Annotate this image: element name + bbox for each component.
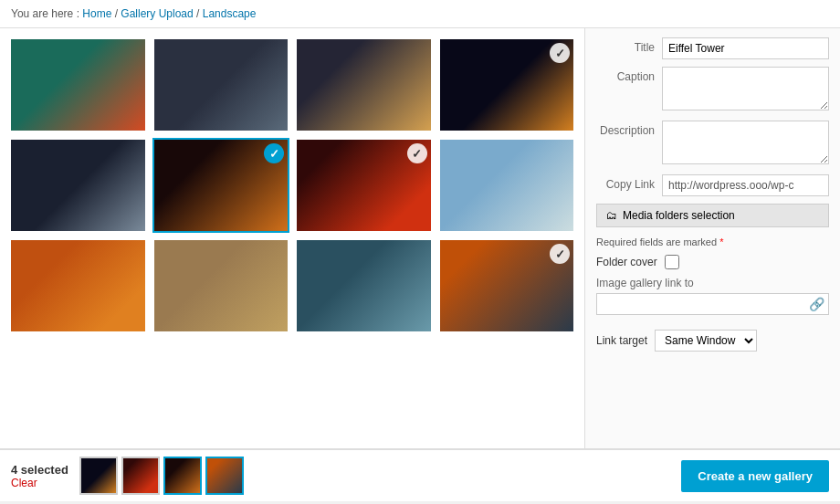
media-item[interactable] (9, 138, 147, 233)
you-are-here-label: You are here (11, 7, 73, 20)
breadcrumb-current: Landscape (203, 7, 257, 20)
check-mark: ✓ (407, 143, 427, 163)
selected-thumbnails (79, 457, 244, 495)
copy-link-field-row: Copy Link (596, 174, 829, 196)
media-item[interactable] (438, 138, 576, 233)
title-label: Title (596, 37, 662, 54)
title-field-row: Title (596, 37, 829, 59)
check-mark: ✓ (550, 244, 570, 264)
create-gallery-button[interactable]: Create a new gallery (681, 460, 829, 492)
media-item[interactable]: ✓ (152, 138, 290, 233)
copy-link-input-wrapper (662, 174, 829, 196)
breadcrumb: You are here : Home / Gallery Upload / L… (0, 0, 840, 28)
link-target-select[interactable]: Same WindowNew Window (655, 330, 757, 352)
description-label: Description (596, 121, 662, 137)
copy-link-label: Copy Link (596, 174, 662, 191)
folder-icon: 🗂 (606, 209, 617, 222)
selected-thumbnail[interactable] (205, 457, 244, 495)
media-item[interactable] (295, 238, 433, 333)
link-target-label: Link target (596, 334, 647, 347)
bottom-bar: 4 selected Clear Create a new gallery (0, 448, 840, 501)
caption-input-wrapper (662, 67, 829, 113)
title-input[interactable] (662, 37, 829, 59)
sidebar-panel: Title Caption Description Copy Link (584, 28, 840, 448)
required-note: Required fields are marked * (596, 236, 829, 247)
media-folders-button[interactable]: 🗂 Media folders selection (596, 204, 829, 227)
breadcrumb-sep3: / (196, 7, 203, 20)
media-grid: ✓✓✓✓ (9, 37, 575, 333)
check-mark: ✓ (264, 143, 284, 163)
image-gallery-link-input[interactable] (596, 293, 829, 315)
caption-field-row: Caption (596, 67, 829, 113)
media-item[interactable] (152, 238, 290, 333)
media-grid-panel: ✓✓✓✓ (0, 28, 584, 448)
image-gallery-link-label: Image gallery link to (596, 277, 829, 289)
media-item[interactable]: ✓ (438, 37, 576, 132)
description-field-row: Description (596, 121, 829, 167)
main-layout: ✓✓✓✓ Title Caption Description (0, 28, 840, 448)
folder-cover-row: Folder cover (596, 255, 829, 269)
media-folders-label: Media folders selection (623, 209, 735, 222)
selected-thumbnail[interactable] (79, 457, 118, 495)
folder-cover-checkbox[interactable] (665, 255, 679, 269)
sidebar-section: Title Caption Description Copy Link (596, 37, 829, 359)
selected-count: 4 selected (11, 463, 68, 477)
breadcrumb-home[interactable]: Home (82, 7, 111, 20)
caption-textarea[interactable] (662, 67, 829, 110)
media-item[interactable] (152, 37, 290, 132)
description-textarea[interactable] (662, 121, 829, 164)
media-item[interactable] (9, 37, 147, 132)
required-asterisk: * (719, 236, 723, 247)
media-item[interactable]: ✓ (295, 138, 433, 233)
description-input-wrapper (662, 121, 829, 167)
copy-link-input[interactable] (662, 174, 829, 196)
caption-label: Caption (596, 67, 662, 83)
selected-thumbnail[interactable] (163, 457, 202, 495)
link-row: 🔗 (596, 293, 829, 315)
link-icon: 🔗 (809, 297, 824, 311)
clear-link[interactable]: Clear (11, 477, 68, 489)
selected-info: 4 selected Clear (11, 463, 68, 489)
check-mark: ✓ (550, 43, 570, 63)
title-input-wrapper (662, 37, 829, 59)
media-item[interactable] (9, 238, 147, 333)
media-item[interactable] (295, 37, 433, 132)
image-gallery-link-field: Image gallery link to 🔗 (596, 277, 829, 322)
media-item[interactable]: ✓ (438, 238, 576, 333)
link-target-row: Link target Same WindowNew Window (596, 330, 829, 352)
folder-cover-label: Folder cover (596, 256, 657, 268)
breadcrumb-gallery-upload[interactable]: Gallery Upload (121, 7, 193, 20)
selected-thumbnail[interactable] (121, 457, 160, 495)
